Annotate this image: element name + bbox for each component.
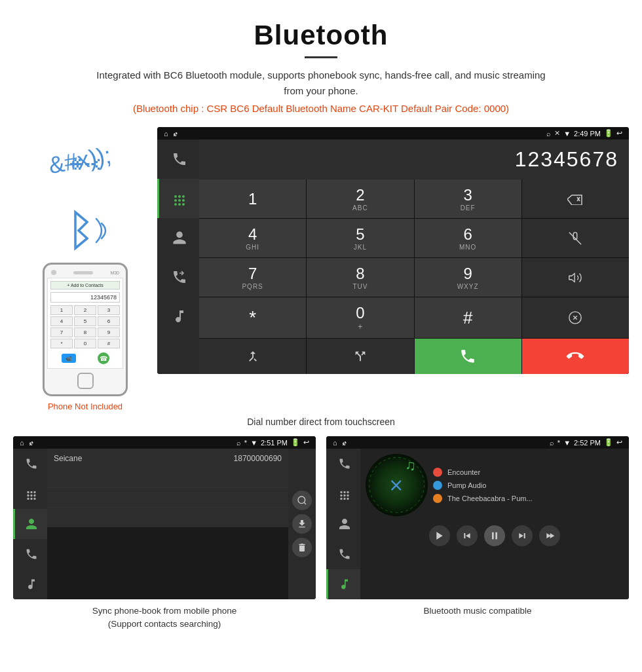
contact-row-3[interactable] bbox=[47, 508, 288, 527]
ms-dialpad-icon[interactable] bbox=[326, 479, 360, 509]
location-icon: ⌕ bbox=[546, 130, 551, 138]
video-call-button[interactable]: 📹 bbox=[62, 354, 76, 363]
dial-key-2[interactable]: 2ABC bbox=[307, 179, 413, 218]
sidebar-music-icon[interactable] bbox=[157, 297, 199, 336]
contact-row-1[interactable] bbox=[47, 468, 288, 488]
music-top-area: ⨯ ♫ Encounter bbox=[360, 449, 629, 521]
ms-contacts-icon[interactable] bbox=[326, 509, 360, 539]
dial-mute-button[interactable] bbox=[522, 219, 629, 257]
play-button[interactable] bbox=[429, 525, 450, 546]
ms-phone-icon[interactable] bbox=[326, 449, 360, 479]
phone-key-8[interactable]: 8 bbox=[74, 327, 96, 337]
page-specs: (Bluetooth chip : CSR BC6 Default Blueto… bbox=[39, 103, 603, 114]
album-art-svg: ⨯ ♫ bbox=[366, 454, 428, 516]
contacts-action-buttons bbox=[288, 449, 316, 599]
dial-merge-button[interactable] bbox=[199, 339, 306, 374]
skip-button[interactable] bbox=[539, 525, 560, 546]
cs-contacts-icon[interactable] bbox=[13, 509, 47, 539]
dial-call-button[interactable] bbox=[415, 339, 521, 374]
sidebar-dialpad-icon[interactable] bbox=[157, 179, 199, 218]
dial-key-1[interactable]: 1 bbox=[199, 179, 306, 218]
phone-key-hash[interactable]: # bbox=[98, 339, 120, 348]
signal-icon: ▼ bbox=[563, 130, 571, 138]
track-item-3[interactable]: The Cheebacabra - Pum... bbox=[433, 492, 624, 505]
dial-key-3[interactable]: 3DEF bbox=[415, 179, 521, 218]
contacts-time-display: 2:51 PM bbox=[261, 439, 288, 447]
wifi-signal-icon: &#x)); bbox=[47, 141, 113, 179]
dial-key-9[interactable]: 9WXYZ bbox=[415, 258, 521, 297]
phone-top-bar: M30 bbox=[47, 269, 123, 278]
time-display: 2:49 PM bbox=[574, 130, 601, 138]
contacts-home-icon[interactable]: ⌂ bbox=[20, 439, 24, 447]
dial-key-5[interactable]: 5JKL bbox=[307, 219, 413, 257]
track-name-1: Encounter bbox=[447, 468, 480, 476]
home-icon[interactable]: ⌂ bbox=[164, 130, 168, 138]
dial-sidebar bbox=[157, 140, 199, 374]
track-item-1[interactable]: Encounter bbox=[433, 466, 624, 479]
phone-key-2[interactable]: 2 bbox=[74, 305, 96, 315]
dial-key-8[interactable]: 8TUV bbox=[307, 258, 413, 297]
cs-music-icon[interactable] bbox=[13, 569, 47, 599]
music-sidebar bbox=[326, 449, 360, 599]
caption-contacts-line1: Sync phone-book from mobile phone bbox=[92, 606, 237, 616]
caption-contacts: Sync phone-book from mobile phone (Suppo… bbox=[13, 605, 316, 631]
svg-marker-15 bbox=[436, 532, 442, 540]
music-back-icon[interactable]: ↩ bbox=[616, 438, 622, 447]
dial-key-0[interactable]: 0+ bbox=[307, 297, 413, 338]
phone-key-star[interactable]: * bbox=[50, 339, 73, 348]
phone-bottom-buttons: 📹 ☎ bbox=[50, 351, 120, 365]
contacts-back-icon[interactable]: ↩ bbox=[303, 438, 309, 447]
dial-main: 12345678 1 2ABC 3DEF 4GHI 5JKL bbox=[157, 140, 629, 374]
phone-key-5[interactable]: 5 bbox=[74, 316, 96, 326]
dial-split-button[interactable] bbox=[307, 339, 413, 374]
phone-mockup: M30 + Add to Contacts 12345678 1 2 3 4 5… bbox=[43, 263, 128, 396]
svg-text:⨯: ⨯ bbox=[388, 475, 404, 495]
phone-key-1[interactable]: 1 bbox=[50, 305, 73, 315]
sidebar-calllog-icon[interactable] bbox=[157, 257, 199, 297]
phone-key-0[interactable]: 0 bbox=[74, 339, 96, 348]
track-dot-3 bbox=[433, 494, 442, 503]
svg-marker-20 bbox=[519, 533, 523, 538]
ms-calllog-icon[interactable] bbox=[326, 539, 360, 569]
bottom-section: ⌂ ⸙ ⌕ * ▼ 2:51 PM 🔋 ↩ bbox=[13, 436, 629, 631]
dial-backspace-button[interactable] bbox=[522, 179, 629, 218]
contacts-panel: ⌂ ⸙ ⌕ * ▼ 2:51 PM 🔋 ↩ bbox=[13, 436, 316, 631]
cs-phone-icon[interactable] bbox=[13, 449, 47, 479]
phone-key-4[interactable]: 4 bbox=[50, 316, 73, 326]
dial-key-6[interactable]: 6MNO bbox=[415, 219, 521, 257]
track-item-2[interactable]: Pump Audio bbox=[433, 479, 624, 492]
music-home-icon[interactable]: ⌂ bbox=[333, 439, 337, 447]
dial-key-4[interactable]: 4GHI bbox=[199, 219, 306, 257]
ms-music-icon[interactable] bbox=[326, 569, 360, 599]
call-button[interactable]: ☎ bbox=[98, 352, 109, 364]
phone-add-contacts-label: + Add to Contacts bbox=[50, 281, 120, 289]
contact-row-2[interactable] bbox=[47, 488, 288, 508]
dial-speaker-button[interactable] bbox=[522, 258, 629, 297]
track-name-2: Pump Audio bbox=[447, 481, 486, 489]
delete-contacts-button[interactable] bbox=[292, 538, 312, 557]
phone-home-button[interactable] bbox=[77, 373, 94, 389]
dial-end-button[interactable] bbox=[522, 339, 629, 374]
phone-key-6[interactable]: 6 bbox=[98, 316, 120, 326]
pause-button[interactable] bbox=[484, 525, 505, 546]
phone-key-9[interactable]: 9 bbox=[98, 327, 120, 337]
download-contacts-button[interactable] bbox=[292, 514, 312, 534]
caption-dial: Dial number direct from touchscreen bbox=[13, 417, 629, 427]
sidebar-phone-icon[interactable] bbox=[157, 140, 199, 179]
phone-key-7[interactable]: 7 bbox=[50, 327, 73, 337]
back-icon[interactable]: ↩ bbox=[616, 129, 622, 138]
next-button[interactable] bbox=[512, 525, 533, 546]
cs-dialpad-icon[interactable] bbox=[13, 479, 47, 509]
dial-key-7[interactable]: 7PQRS bbox=[199, 258, 306, 297]
prev-button[interactable] bbox=[457, 525, 478, 546]
album-art: ⨯ ♫ bbox=[366, 454, 428, 516]
dial-swap-button[interactable] bbox=[522, 297, 629, 338]
cs-calllog-icon[interactable] bbox=[13, 539, 47, 569]
phone-key-3[interactable]: 3 bbox=[98, 305, 120, 315]
page-title: Bluetooth bbox=[39, 20, 603, 51]
dial-key-star[interactable]: * bbox=[199, 297, 306, 338]
phone-camera bbox=[51, 270, 56, 275]
dial-key-hash[interactable]: # bbox=[415, 297, 521, 338]
sidebar-contacts-icon[interactable] bbox=[157, 218, 199, 257]
search-contacts-button[interactable] bbox=[292, 491, 312, 510]
